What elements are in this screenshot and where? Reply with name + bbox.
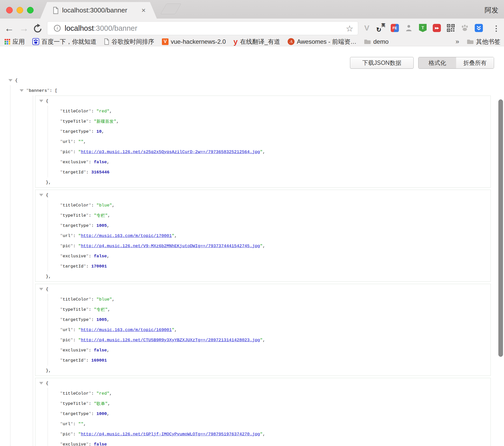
bookmark-baidu[interactable]: 百度一下，你就知道 <box>32 38 96 46</box>
key-quote: " <box>60 297 63 302</box>
page-info-icon[interactable]: i <box>54 25 61 32</box>
minimize-window-button[interactable] <box>17 7 23 13</box>
reload-button[interactable] <box>33 24 43 34</box>
json-link-value[interactable]: http://music.163.com/m/topic/170001 <box>81 233 172 238</box>
browser-menu-icon[interactable] <box>492 24 500 33</box>
tab-close-icon[interactable]: × <box>142 7 146 14</box>
key-quote: " <box>71 432 73 437</box>
key-quote: " <box>71 233 73 238</box>
window-controls <box>6 7 34 13</box>
json-property-targetType: "targetType": 1005, <box>60 315 491 325</box>
json-comma: , <box>107 254 109 259</box>
bookmark-vue-hackernews[interactable]: V vue-hackernews-2.0 <box>162 38 226 45</box>
json-property-typeTitle: "typeTitle": "专栏", <box>60 210 491 220</box>
value-quote: " <box>96 203 99 208</box>
json-key: typeTitle <box>63 307 86 312</box>
json-open-brace: { <box>46 381 48 386</box>
json-key: typeTitle <box>63 119 86 124</box>
paw-icon <box>461 24 469 32</box>
json-colon: : <box>89 401 94 406</box>
json-key: targetType <box>63 223 89 228</box>
other-bookmarks[interactable]: 其他书签 <box>467 38 500 46</box>
json-comma: , <box>112 297 115 302</box>
bookmark-label: demo <box>373 38 388 45</box>
json-colon: : <box>91 317 96 322</box>
json-link-value[interactable]: http://p4.music.126.net/tGPljf-IMOCyPvum… <box>81 432 260 437</box>
format-button[interactable]: 格式化 <box>418 57 456 68</box>
key-quote: " <box>71 139 73 144</box>
fast-forward-extension-icon[interactable]: ▶▶ <box>432 22 442 34</box>
json-link-value[interactable]: http://p4.music.126.net/V9-MXz6b2MNhEKju… <box>81 244 260 248</box>
bookmark-label: 应用 <box>12 38 25 46</box>
value-quote: " <box>94 119 96 124</box>
bookmark-apps[interactable]: 应用 <box>5 38 25 46</box>
json-object-open-row: { <box>35 96 491 106</box>
key-quote: " <box>60 150 63 154</box>
collapse-all-button[interactable]: 折叠所有 <box>456 57 494 68</box>
json-boolean-value: false <box>94 442 107 446</box>
key-quote: " <box>60 109 63 114</box>
json-link-value[interactable]: http://p4.music.126.net/CTU5B9R9y3XyYBZX… <box>81 338 260 343</box>
paw-extension-icon[interactable] <box>460 22 470 34</box>
zoom-window-button[interactable] <box>27 7 34 13</box>
person-extension-icon[interactable] <box>404 22 414 34</box>
key-quote: " <box>89 391 91 396</box>
json-property-typeTitle: "typeTitle": "歌单", <box>60 398 491 409</box>
json-key: pic <box>63 244 71 248</box>
browser-window: localhost:3000/banner × 阿发 ← → i localho… <box>0 0 504 446</box>
json-colon: : <box>89 160 94 165</box>
collapse-arrow-icon[interactable] <box>39 382 43 384</box>
blue-shield-extension-icon[interactable] <box>474 22 484 34</box>
qr-code-icon <box>447 24 455 32</box>
json-link-value[interactable]: http://p3.music.126.net/s25q2x5QyqsAzilC… <box>81 150 260 154</box>
json-colon: : <box>73 338 78 343</box>
address-bar[interactable]: i localhost:3000/banner ☆ <box>47 21 358 35</box>
collapse-arrow-icon[interactable] <box>20 89 24 92</box>
key-quote: " <box>83 170 86 175</box>
back-button[interactable]: ← <box>3 22 16 35</box>
value-quote: " <box>78 244 81 248</box>
bookmark-folder-demo[interactable]: demo <box>364 38 388 45</box>
json-comma: , <box>263 150 265 154</box>
profile-name[interactable]: 阿发 <box>485 6 498 15</box>
browser-tab[interactable]: localhost:3000/banner × <box>40 2 157 19</box>
close-window-button[interactable] <box>6 7 13 13</box>
collapse-arrow-icon[interactable] <box>39 100 43 102</box>
translate-extension-icon[interactable]: ↻英 <box>376 22 386 34</box>
collapse-arrow-icon[interactable] <box>39 194 43 196</box>
scrollbar-thumb[interactable] <box>498 99 503 357</box>
bookmark-awesomes[interactable]: A Awesomes - 前端资… <box>288 38 356 46</box>
value-quote: " <box>107 109 109 114</box>
download-json-button[interactable]: 下载JSON数据 <box>350 57 414 69</box>
json-link-value[interactable]: http://music.163.com/m/topic/169001 <box>81 328 172 332</box>
json-object-properties: "titleColor": "red","typeTitle": "新碟首发",… <box>48 106 491 177</box>
json-property-typeTitle: "typeTitle": "新碟首发", <box>60 116 491 126</box>
key-quote: " <box>89 129 91 134</box>
double-chevron-down-icon <box>475 24 483 32</box>
key-quote: " <box>60 254 63 259</box>
key-quote: " <box>71 328 73 332</box>
rotate-arrow-glyph: ↻ <box>376 26 381 33</box>
json-colon: : <box>73 432 78 437</box>
json-string-value: blue <box>99 297 109 302</box>
bookmark-google-sort[interactable]: 谷歌按时间排序 <box>104 38 154 46</box>
extension-strip: V ↻英 FE T ▶▶ <box>362 22 484 34</box>
collapse-arrow-icon[interactable] <box>39 288 43 290</box>
json-string-value: 专栏 <box>96 213 105 218</box>
json-string-value: 歌单 <box>96 401 105 407</box>
bookmark-star-icon[interactable]: ☆ <box>346 24 353 34</box>
bookmarks-overflow-chevron[interactable]: » <box>456 38 459 46</box>
json-property-titleColor: "titleColor": "red", <box>60 388 491 398</box>
bookmark-youdao-translate[interactable]: y 在线翻译_有道 <box>233 38 280 46</box>
tampermonkey-extension-icon[interactable]: T <box>418 22 428 34</box>
new-tab-button[interactable] <box>160 4 181 14</box>
fe-extension-icon[interactable]: FE <box>390 22 400 34</box>
json-object-close-row: }, <box>35 271 491 281</box>
bookmarks-bar: 应用 百度一下，你就知道 谷歌按时间排序 V vue-hackernews-2.… <box>0 38 504 46</box>
json-boolean-value: false <box>94 254 107 259</box>
vimium-extension-icon[interactable]: V <box>362 22 372 34</box>
qr-code-extension-icon[interactable] <box>446 22 456 34</box>
collapse-arrow-icon[interactable] <box>8 79 12 82</box>
forward-button-disabled[interactable]: → <box>17 22 31 35</box>
value-quote: " <box>94 401 96 406</box>
